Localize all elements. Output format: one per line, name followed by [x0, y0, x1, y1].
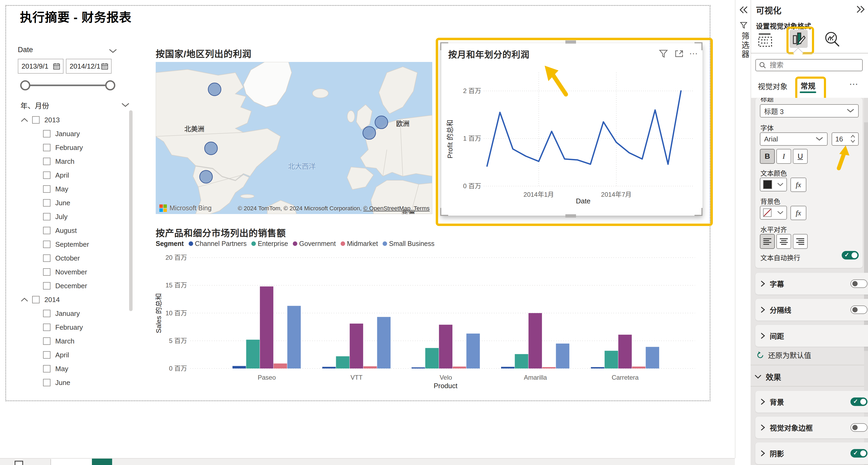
checkbox[interactable]: [43, 227, 51, 234]
tree-item-year[interactable]: 2014: [21, 293, 127, 307]
collapse-right-icon[interactable]: [856, 5, 865, 13]
map-visual[interactable]: 北美洲 欧洲 北大西洋 非洲 Microsoft Bing © 2024 Tom…: [156, 62, 432, 214]
bold-button[interactable]: B: [760, 149, 775, 164]
bar[interactable]: [439, 325, 453, 369]
bar[interactable]: [501, 367, 515, 369]
calendar-icon[interactable]: [101, 62, 108, 70]
bar[interactable]: [322, 367, 336, 369]
checkbox[interactable]: [32, 296, 39, 303]
legend-item[interactable]: Midmarket: [341, 240, 378, 248]
bar[interactable]: [411, 368, 425, 369]
map-bubble[interactable]: [375, 116, 388, 129]
checkbox[interactable]: [43, 158, 51, 165]
bar[interactable]: [618, 335, 632, 369]
tree-item-month[interactable]: February: [21, 320, 127, 334]
checkbox[interactable]: [43, 365, 51, 373]
page-tab-accent[interactable]: [92, 459, 112, 465]
analytics-icon[interactable]: [824, 31, 841, 48]
chevron-up-icon[interactable]: [21, 117, 28, 122]
checkbox[interactable]: [43, 199, 51, 207]
toggle-视觉对象边框[interactable]: [850, 423, 867, 432]
date-range-handle-end[interactable]: [105, 80, 115, 90]
pane-card-分隔线[interactable]: 分隔线: [755, 299, 868, 321]
checkbox[interactable]: [32, 116, 39, 124]
bar[interactable]: [528, 313, 542, 369]
bar[interactable]: [425, 348, 439, 369]
bar[interactable]: [632, 367, 646, 369]
build-visual-icon[interactable]: [757, 31, 774, 47]
tree-item-month[interactable]: May: [21, 362, 127, 376]
tree-item-month[interactable]: January: [21, 127, 127, 141]
reset-to-default[interactable]: 还原为默认值: [756, 350, 811, 360]
bg-color-fx-button[interactable]: fx: [790, 206, 806, 220]
text-color-picker[interactable]: [760, 178, 787, 192]
tree-item-month[interactable]: October: [21, 251, 127, 265]
pane-card-间距[interactable]: 间距: [755, 325, 868, 347]
bar[interactable]: [246, 340, 260, 369]
tree-item-month[interactable]: April: [21, 168, 127, 182]
date-start-input[interactable]: [21, 62, 53, 71]
chevron-down-icon[interactable]: [108, 48, 118, 54]
map-bubble[interactable]: [200, 170, 213, 183]
checkbox[interactable]: [43, 144, 51, 151]
legend-item[interactable]: Enterprise: [251, 240, 288, 248]
tab-visual[interactable]: 视觉对象: [758, 81, 787, 91]
bar[interactable]: [350, 324, 363, 369]
toggle-字幕[interactable]: [850, 280, 867, 288]
tree-item-month[interactable]: September: [21, 237, 127, 251]
bar[interactable]: [377, 317, 391, 369]
align-right-button[interactable]: [793, 234, 808, 249]
filter-icon[interactable]: [740, 21, 748, 29]
bar[interactable]: [556, 344, 569, 369]
tree-item-month[interactable]: March: [21, 154, 127, 168]
bar[interactable]: [453, 367, 466, 369]
page-nav-icon[interactable]: [14, 461, 23, 465]
filters-strip-label[interactable]: 筛选器: [739, 32, 750, 59]
chevron-down-icon[interactable]: [121, 103, 130, 108]
active-page-tab[interactable]: [51, 459, 92, 465]
title-style-dropdown[interactable]: 标题 3: [760, 104, 859, 117]
checkbox[interactable]: [43, 338, 51, 345]
bar[interactable]: [260, 286, 273, 369]
effects-section-header[interactable]: 效果: [754, 371, 781, 382]
chevron-up-icon[interactable]: [21, 297, 28, 302]
text-color-fx-button[interactable]: fx: [790, 178, 806, 192]
calendar-icon[interactable]: [53, 62, 60, 70]
tree-item-month[interactable]: July: [21, 210, 127, 224]
bar[interactable]: [364, 366, 377, 369]
tabs-more-icon[interactable]: ⋯: [849, 79, 859, 89]
checkbox[interactable]: [43, 130, 51, 138]
checkbox[interactable]: [43, 185, 51, 193]
font-size-spinner[interactable]: [832, 133, 859, 146]
tree-item-month[interactable]: November: [21, 265, 127, 279]
tree-scrollbar[interactable]: [129, 110, 132, 311]
date-range-handle-start[interactable]: [20, 80, 30, 90]
checkbox[interactable]: [43, 351, 51, 359]
pane-card-背景[interactable]: 背景✓: [755, 391, 868, 413]
underline-button[interactable]: U: [793, 149, 808, 164]
tree-item-month[interactable]: April: [21, 348, 127, 362]
checkbox[interactable]: [43, 324, 51, 331]
bar[interactable]: [466, 334, 480, 369]
legend-item[interactable]: Government: [293, 240, 336, 248]
date-end-field[interactable]: [66, 59, 112, 74]
bar[interactable]: [274, 364, 287, 369]
checkbox[interactable]: [43, 379, 51, 386]
bar[interactable]: [336, 356, 350, 369]
font-family-dropdown[interactable]: Arial: [760, 133, 828, 146]
terms-link[interactable]: Terms: [414, 205, 430, 212]
tree-item-month[interactable]: August: [21, 224, 127, 237]
date-end-input[interactable]: [69, 62, 101, 71]
toggle-分隔线[interactable]: [850, 306, 867, 314]
bar[interactable]: [287, 306, 301, 369]
checkbox[interactable]: [43, 172, 51, 179]
bar[interactable]: [646, 347, 659, 369]
checkbox[interactable]: [43, 241, 51, 248]
pane-card-视觉对象边框[interactable]: 视觉对象边框: [755, 417, 868, 438]
checkbox[interactable]: [43, 268, 51, 276]
checkbox[interactable]: [43, 282, 51, 290]
bar[interactable]: [515, 354, 528, 369]
map-bubble[interactable]: [205, 142, 217, 155]
checkbox[interactable]: [43, 255, 51, 262]
wrap-toggle[interactable]: ✓: [842, 251, 859, 260]
